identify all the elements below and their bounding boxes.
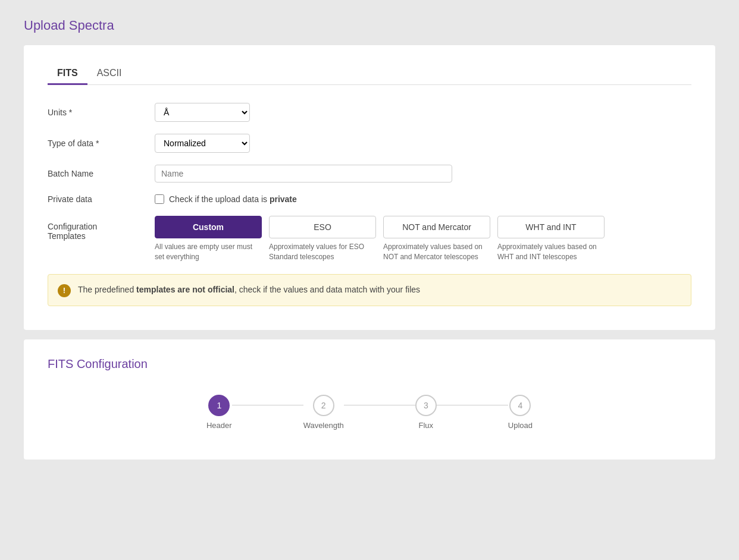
config-custom-desc: All values are empty user must set every…: [155, 242, 262, 262]
batch-row: Batch Name: [48, 165, 691, 183]
step-1[interactable]: 1 Header: [206, 395, 232, 430]
config-wht-int-desc: Approximately values based on WHT and IN…: [497, 242, 605, 262]
step-3-label: Flux: [419, 421, 434, 430]
private-checkbox-label: Check if the upload data is private: [169, 194, 297, 204]
config-eso-wrap: ESO Approximately values for ESO Standar…: [269, 216, 376, 262]
private-checkbox-wrapper: Check if the upload data is private: [155, 194, 297, 204]
private-checkbox[interactable]: [155, 194, 164, 204]
page-wrapper: Upload Spectra FITS ASCII Units * Å nm μ…: [0, 0, 739, 487]
step-4[interactable]: 4 Upload: [508, 395, 533, 430]
step-4-circle: 4: [509, 395, 531, 416]
step-4-label: Upload: [508, 421, 533, 430]
config-label: Configuration Templates: [48, 216, 155, 241]
config-wht-int-button[interactable]: WHT and INT: [497, 216, 605, 238]
batch-input[interactable]: [155, 165, 452, 183]
fits-config-title: FITS Configuration: [48, 357, 691, 371]
type-label: Type of data *: [48, 139, 155, 148]
config-eso-desc: Approximately values for ESO Standard te…: [269, 242, 376, 262]
type-select[interactable]: Normalized Flux Magnitude: [155, 134, 250, 153]
config-not-mercator-desc: Approximately values based on NOT and Me…: [383, 242, 490, 262]
step-2[interactable]: 2 Wavelength: [303, 395, 344, 430]
type-row: Type of data * Normalized Flux Magnitude: [48, 134, 691, 153]
page-title: Upload Spectra: [24, 18, 715, 33]
warning-icon: !: [58, 284, 71, 297]
config-custom-wrap: Custom All values are empty user must se…: [155, 216, 262, 262]
batch-label: Batch Name: [48, 169, 155, 178]
private-row: Private data Check if the upload data is…: [48, 194, 691, 204]
tabs-bar: FITS ASCII: [48, 63, 691, 85]
warning-banner: ! The predefined templates are not offic…: [48, 274, 691, 306]
private-label: Private data: [48, 194, 155, 204]
tab-ascii[interactable]: ASCII: [87, 63, 131, 85]
stepper: 1 Header 2 Wavelength 3 Flux: [48, 389, 691, 436]
config-templates-row: Configuration Templates Custom All value…: [48, 216, 691, 262]
step-2-label: Wavelength: [303, 421, 344, 430]
units-row: Units * Å nm μm: [48, 103, 691, 122]
units-label: Units *: [48, 108, 155, 117]
step-connector-1: [232, 405, 303, 405]
step-3-circle: 3: [415, 395, 437, 416]
config-not-mercator-button[interactable]: NOT and Mercator: [383, 216, 490, 238]
units-select[interactable]: Å nm μm: [155, 103, 250, 122]
fits-config-card: FITS Configuration 1 Header 2 Wavelength: [24, 339, 715, 460]
tab-fits[interactable]: FITS: [48, 63, 87, 85]
main-card: FITS ASCII Units * Å nm μm Type of data …: [24, 45, 715, 330]
step-connector-3: [437, 405, 508, 405]
step-1-circle: 1: [208, 395, 230, 416]
config-not-mercator-wrap: NOT and Mercator Approximately values ba…: [383, 216, 490, 262]
config-buttons-group: Custom All values are empty user must se…: [155, 216, 605, 262]
config-custom-button[interactable]: Custom: [155, 216, 262, 238]
step-3[interactable]: 3 Flux: [415, 395, 437, 430]
config-eso-button[interactable]: ESO: [269, 216, 376, 238]
config-wht-int-wrap: WHT and INT Approximately values based o…: [497, 216, 605, 262]
step-connector-2: [344, 405, 415, 405]
warning-text: The predefined templates are not officia…: [78, 283, 420, 296]
step-2-circle: 2: [313, 395, 334, 416]
step-1-label: Header: [206, 421, 232, 430]
